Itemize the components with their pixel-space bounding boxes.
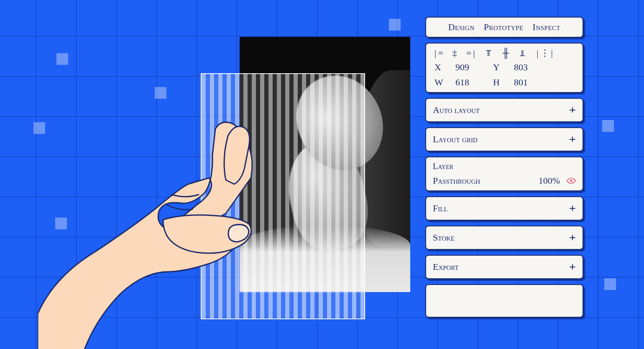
- align-right-icon[interactable]: =|: [466, 48, 477, 59]
- add-stroke-button[interactable]: +: [569, 232, 576, 244]
- y-value[interactable]: 803: [514, 62, 552, 73]
- export-label: Export: [433, 262, 459, 272]
- visibility-eye-icon[interactable]: [567, 178, 576, 184]
- decor-square: [56, 53, 68, 65]
- tabs-card: Design Prototype Inspect: [425, 17, 583, 38]
- decor-square: [33, 122, 45, 134]
- x-value[interactable]: 909: [455, 62, 493, 73]
- export-card: Export +: [425, 255, 583, 279]
- decor-square: [604, 278, 616, 290]
- w-label: W: [434, 77, 455, 88]
- decor-square: [55, 218, 67, 229]
- fill-card: Fill +: [425, 196, 583, 221]
- x-label: X: [434, 62, 455, 73]
- add-export-button[interactable]: +: [569, 261, 576, 273]
- align-distribute-icon[interactable]: |⋮|: [537, 48, 555, 59]
- blend-mode-select[interactable]: Passthrough: [433, 175, 480, 186]
- layer-card: Layer Passthrough 100%: [425, 157, 583, 191]
- stroke-label: Stoke: [433, 232, 455, 243]
- decor-square: [155, 87, 166, 99]
- inspector-panel: Design Prototype Inspect |= ‡ =| ⫪ ╫ ⫫ |…: [425, 17, 583, 318]
- tab-design[interactable]: Design: [448, 22, 475, 33]
- y-label: Y: [493, 62, 514, 73]
- h-value[interactable]: 801: [514, 77, 552, 88]
- glass-overlay[interactable]: [201, 73, 365, 319]
- decor-square: [389, 19, 401, 31]
- w-value[interactable]: 618: [455, 77, 493, 88]
- align-bottom-icon[interactable]: ⫫: [518, 48, 529, 59]
- align-left-icon[interactable]: |=: [434, 48, 445, 59]
- tab-prototype[interactable]: Prototype: [484, 22, 524, 33]
- fill-label: Fill: [433, 203, 448, 214]
- align-center-h-icon[interactable]: ‡: [452, 48, 459, 59]
- empty-card: [425, 284, 583, 318]
- transform-card: |= ‡ =| ⫪ ╫ ⫫ |⋮| X 909 Y 803 W 618 H 80…: [425, 43, 583, 93]
- layout-grid-label: Layout grid: [433, 134, 478, 145]
- align-top-icon[interactable]: ⫪: [484, 48, 495, 59]
- stroke-card: Stoke +: [425, 226, 583, 250]
- auto-layout-card: Auto layout +: [425, 98, 583, 122]
- align-center-v-icon[interactable]: ╫: [503, 48, 511, 59]
- svg-point-0: [570, 180, 572, 182]
- add-fill-button[interactable]: +: [569, 203, 576, 214]
- opacity-value[interactable]: 100%: [539, 175, 560, 186]
- tab-inspect[interactable]: Inspect: [533, 22, 561, 33]
- layer-title: Layer: [433, 162, 576, 171]
- add-auto-layout-button[interactable]: +: [569, 104, 576, 116]
- h-label: H: [493, 77, 514, 88]
- add-layout-grid-button[interactable]: +: [569, 133, 576, 145]
- layout-grid-card: Layout grid +: [425, 127, 583, 151]
- decor-square: [602, 120, 614, 132]
- auto-layout-label: Auto layout: [433, 105, 480, 115]
